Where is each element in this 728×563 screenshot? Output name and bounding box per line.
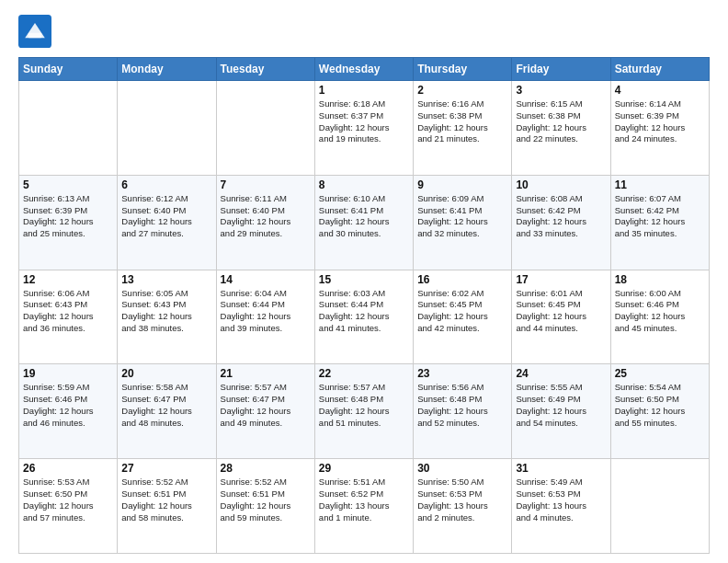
day-info: Sunrise: 5:58 AM Sunset: 6:47 PM Dayligh… <box>121 382 211 429</box>
day-number: 4 <box>615 84 705 97</box>
day-number: 12 <box>23 273 113 286</box>
day-info: Sunrise: 6:15 AM Sunset: 6:38 PM Dayligh… <box>516 98 606 145</box>
day-number: 25 <box>615 367 705 380</box>
day-info: Sunrise: 6:09 AM Sunset: 6:41 PM Dayligh… <box>417 193 507 240</box>
day-number: 3 <box>516 84 606 97</box>
day-number: 9 <box>417 178 507 191</box>
day-info: Sunrise: 5:56 AM Sunset: 6:48 PM Dayligh… <box>417 382 507 429</box>
day-number: 20 <box>121 367 211 380</box>
day-number: 8 <box>319 178 409 191</box>
day-info: Sunrise: 6:06 AM Sunset: 6:43 PM Dayligh… <box>23 288 113 335</box>
day-info: Sunrise: 6:13 AM Sunset: 6:39 PM Dayligh… <box>23 193 113 240</box>
calendar-cell: 23Sunrise: 5:56 AM Sunset: 6:48 PM Dayli… <box>414 364 512 459</box>
day-info: Sunrise: 6:07 AM Sunset: 6:42 PM Dayligh… <box>615 193 705 240</box>
day-number: 11 <box>615 178 705 191</box>
day-number: 17 <box>516 273 606 286</box>
day-number: 23 <box>417 367 507 380</box>
day-number: 6 <box>121 178 211 191</box>
calendar-cell: 9Sunrise: 6:09 AM Sunset: 6:41 PM Daylig… <box>414 175 512 270</box>
calendar-week-row: 26Sunrise: 5:53 AM Sunset: 6:50 PM Dayli… <box>19 459 710 554</box>
day-info: Sunrise: 6:16 AM Sunset: 6:38 PM Dayligh… <box>417 98 507 145</box>
day-number: 22 <box>319 367 409 380</box>
day-info: Sunrise: 5:51 AM Sunset: 6:52 PM Dayligh… <box>319 477 409 523</box>
day-info: Sunrise: 6:10 AM Sunset: 6:41 PM Dayligh… <box>319 193 409 240</box>
calendar-cell: 18Sunrise: 6:00 AM Sunset: 6:46 PM Dayli… <box>610 270 709 364</box>
calendar-cell: 16Sunrise: 6:02 AM Sunset: 6:45 PM Dayli… <box>414 270 512 364</box>
day-number: 1 <box>319 84 409 97</box>
calendar-cell: 7Sunrise: 6:11 AM Sunset: 6:40 PM Daylig… <box>216 175 314 270</box>
calendar-week-row: 5Sunrise: 6:13 AM Sunset: 6:39 PM Daylig… <box>19 175 710 270</box>
calendar-week-row: 19Sunrise: 5:59 AM Sunset: 6:46 PM Dayli… <box>19 364 710 459</box>
calendar-cell: 17Sunrise: 6:01 AM Sunset: 6:45 PM Dayli… <box>512 270 610 364</box>
calendar-cell: 10Sunrise: 6:08 AM Sunset: 6:42 PM Dayli… <box>512 175 610 270</box>
weekday-header-sunday: Sunday <box>19 58 118 81</box>
day-info: Sunrise: 6:18 AM Sunset: 6:37 PM Dayligh… <box>319 98 409 145</box>
calendar-cell: 21Sunrise: 5:57 AM Sunset: 6:47 PM Dayli… <box>216 364 314 459</box>
day-info: Sunrise: 5:59 AM Sunset: 6:46 PM Dayligh… <box>23 382 113 429</box>
calendar-cell: 11Sunrise: 6:07 AM Sunset: 6:42 PM Dayli… <box>610 175 709 270</box>
calendar-cell: 30Sunrise: 5:50 AM Sunset: 6:53 PM Dayli… <box>414 459 512 554</box>
day-number: 31 <box>516 462 606 475</box>
day-number: 15 <box>319 273 409 286</box>
calendar-cell: 5Sunrise: 6:13 AM Sunset: 6:39 PM Daylig… <box>19 175 118 270</box>
weekday-header-friday: Friday <box>512 58 610 81</box>
svg-rect-2 <box>28 33 41 38</box>
day-number: 26 <box>23 462 113 475</box>
day-info: Sunrise: 6:01 AM Sunset: 6:45 PM Dayligh… <box>516 288 606 335</box>
day-number: 5 <box>23 178 113 191</box>
weekday-header-thursday: Thursday <box>414 58 512 81</box>
weekday-header-wednesday: Wednesday <box>314 58 413 81</box>
calendar-cell: 24Sunrise: 5:55 AM Sunset: 6:49 PM Dayli… <box>512 364 610 459</box>
day-info: Sunrise: 5:57 AM Sunset: 6:47 PM Dayligh… <box>221 382 311 429</box>
day-info: Sunrise: 6:04 AM Sunset: 6:44 PM Dayligh… <box>221 288 311 335</box>
calendar-cell: 20Sunrise: 5:58 AM Sunset: 6:47 PM Dayli… <box>118 364 216 459</box>
logo-icon <box>18 15 51 48</box>
calendar-cell: 12Sunrise: 6:06 AM Sunset: 6:43 PM Dayli… <box>19 270 118 364</box>
calendar-cell: 15Sunrise: 6:03 AM Sunset: 6:44 PM Dayli… <box>314 270 413 364</box>
day-number: 24 <box>516 367 606 380</box>
day-info: Sunrise: 6:05 AM Sunset: 6:43 PM Dayligh… <box>121 288 211 335</box>
page: SundayMondayTuesdayWednesdayThursdayFrid… <box>0 0 728 563</box>
calendar-cell <box>118 81 216 176</box>
calendar-cell <box>19 81 118 176</box>
day-info: Sunrise: 6:14 AM Sunset: 6:39 PM Dayligh… <box>615 98 705 145</box>
day-info: Sunrise: 6:12 AM Sunset: 6:40 PM Dayligh… <box>121 193 211 240</box>
header <box>18 15 710 48</box>
day-info: Sunrise: 5:49 AM Sunset: 6:53 PM Dayligh… <box>516 477 606 523</box>
day-number: 29 <box>319 462 409 475</box>
day-info: Sunrise: 6:11 AM Sunset: 6:40 PM Dayligh… <box>221 193 311 240</box>
day-info: Sunrise: 6:02 AM Sunset: 6:45 PM Dayligh… <box>417 288 507 335</box>
day-number: 18 <box>615 273 705 286</box>
day-info: Sunrise: 6:00 AM Sunset: 6:46 PM Dayligh… <box>615 288 705 335</box>
weekday-header-row: SundayMondayTuesdayWednesdayThursdayFrid… <box>19 58 710 81</box>
calendar-cell: 13Sunrise: 6:05 AM Sunset: 6:43 PM Dayli… <box>118 270 216 364</box>
calendar-cell: 1Sunrise: 6:18 AM Sunset: 6:37 PM Daylig… <box>314 81 413 176</box>
calendar-cell: 29Sunrise: 5:51 AM Sunset: 6:52 PM Dayli… <box>314 459 413 554</box>
calendar-cell: 25Sunrise: 5:54 AM Sunset: 6:50 PM Dayli… <box>610 364 709 459</box>
day-info: Sunrise: 6:08 AM Sunset: 6:42 PM Dayligh… <box>516 193 606 240</box>
day-number: 7 <box>221 178 311 191</box>
calendar-cell: 4Sunrise: 6:14 AM Sunset: 6:39 PM Daylig… <box>610 81 709 176</box>
day-number: 2 <box>417 84 507 97</box>
calendar-cell: 26Sunrise: 5:53 AM Sunset: 6:50 PM Dayli… <box>19 459 118 554</box>
day-info: Sunrise: 5:52 AM Sunset: 6:51 PM Dayligh… <box>121 477 211 523</box>
calendar-cell: 28Sunrise: 5:52 AM Sunset: 6:51 PM Dayli… <box>216 459 314 554</box>
calendar-cell: 19Sunrise: 5:59 AM Sunset: 6:46 PM Dayli… <box>19 364 118 459</box>
day-info: Sunrise: 5:54 AM Sunset: 6:50 PM Dayligh… <box>615 382 705 429</box>
day-info: Sunrise: 5:55 AM Sunset: 6:49 PM Dayligh… <box>516 382 606 429</box>
day-number: 27 <box>121 462 211 475</box>
day-number: 21 <box>221 367 311 380</box>
day-info: Sunrise: 5:52 AM Sunset: 6:51 PM Dayligh… <box>221 477 311 523</box>
calendar-cell: 3Sunrise: 6:15 AM Sunset: 6:38 PM Daylig… <box>512 81 610 176</box>
day-number: 19 <box>23 367 113 380</box>
calendar-cell: 14Sunrise: 6:04 AM Sunset: 6:44 PM Dayli… <box>216 270 314 364</box>
calendar-table: SundayMondayTuesdayWednesdayThursdayFrid… <box>18 57 710 554</box>
calendar-cell: 22Sunrise: 5:57 AM Sunset: 6:48 PM Dayli… <box>314 364 413 459</box>
logo <box>18 15 55 48</box>
calendar-cell: 2Sunrise: 6:16 AM Sunset: 6:38 PM Daylig… <box>414 81 512 176</box>
day-number: 13 <box>121 273 211 286</box>
day-number: 10 <box>516 178 606 191</box>
day-info: Sunrise: 5:53 AM Sunset: 6:50 PM Dayligh… <box>23 477 113 523</box>
day-number: 30 <box>417 462 507 475</box>
calendar-cell <box>610 459 709 554</box>
